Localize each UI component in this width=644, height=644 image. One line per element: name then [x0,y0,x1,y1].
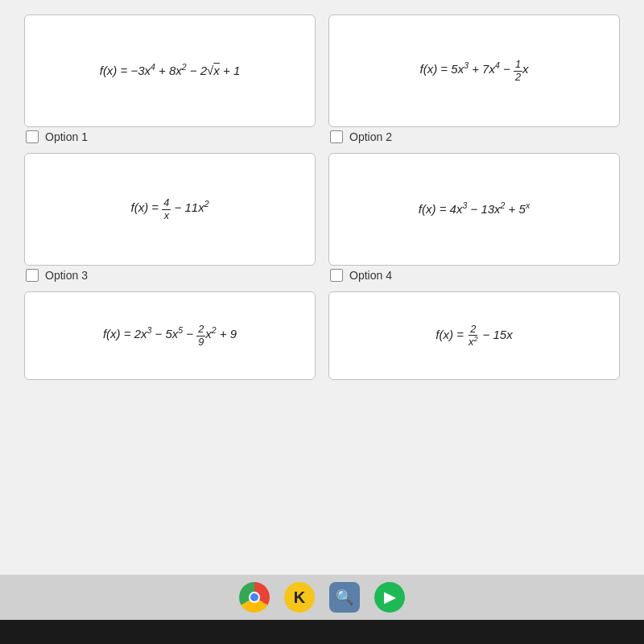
option4-container: f(x) = 4x3 − 13x2 + 5x Option 4 [328,153,620,282]
option1-label-row: Option 1 [24,130,316,143]
option4-label: Option 4 [349,269,392,282]
option1-label: Option 1 [45,130,88,143]
play-icon[interactable]: ▶ [374,582,405,613]
main-content: f(x) = −3x4 + 8x2 − 2√x + 1 Option 1 f(x… [0,0,644,575]
chrome-icon[interactable] [239,582,270,613]
option3-box: f(x) = 4x − 11x2 [24,153,316,266]
option4-checkbox[interactable] [330,269,343,282]
option3-checkbox[interactable] [26,269,39,282]
option5-box: f(x) = 2x3 − 5x5 − 29x2 + 9 [24,291,316,380]
option1-checkbox[interactable] [26,130,39,143]
option6-formula: f(x) = 2x2 − 15x [436,324,512,348]
dark-bar [0,620,644,644]
option3-label: Option 3 [45,269,88,282]
taskbar: K 🔍 ▶ [0,575,644,620]
option2-formula: f(x) = 5x3 + 7x4 − 12x [420,59,529,82]
k-icon[interactable]: K [284,582,315,613]
option1-container: f(x) = −3x4 + 8x2 − 2√x + 1 Option 1 [24,14,316,143]
option2-label-row: Option 2 [328,130,620,143]
options-grid: f(x) = −3x4 + 8x2 − 2√x + 1 Option 1 f(x… [16,8,628,386]
option3-container: f(x) = 4x − 11x2 Option 3 [24,153,316,282]
search-folder-icon[interactable]: 🔍 [329,582,360,613]
option2-box: f(x) = 5x3 + 7x4 − 12x [328,14,620,127]
option5-formula: f(x) = 2x3 − 5x5 − 29x2 + 9 [103,324,237,347]
option4-formula: f(x) = 4x3 − 13x2 + 5x [419,200,530,219]
option4-label-row: Option 4 [328,269,620,282]
option2-label: Option 2 [349,130,392,143]
option1-formula: f(x) = −3x4 + 8x2 − 2√x + 1 [100,61,241,80]
option3-formula: f(x) = 4x − 11x2 [131,197,209,221]
option2-checkbox[interactable] [330,130,343,143]
option4-box: f(x) = 4x3 − 13x2 + 5x [328,153,620,266]
option2-container: f(x) = 5x3 + 7x4 − 12x Option 2 [328,14,620,143]
option3-label-row: Option 3 [24,269,316,282]
option6-container: f(x) = 2x2 − 15x [328,291,620,380]
option1-box: f(x) = −3x4 + 8x2 − 2√x + 1 [24,14,316,127]
option6-box: f(x) = 2x2 − 15x [328,291,620,380]
option5-container: f(x) = 2x3 − 5x5 − 29x2 + 9 [24,291,316,380]
